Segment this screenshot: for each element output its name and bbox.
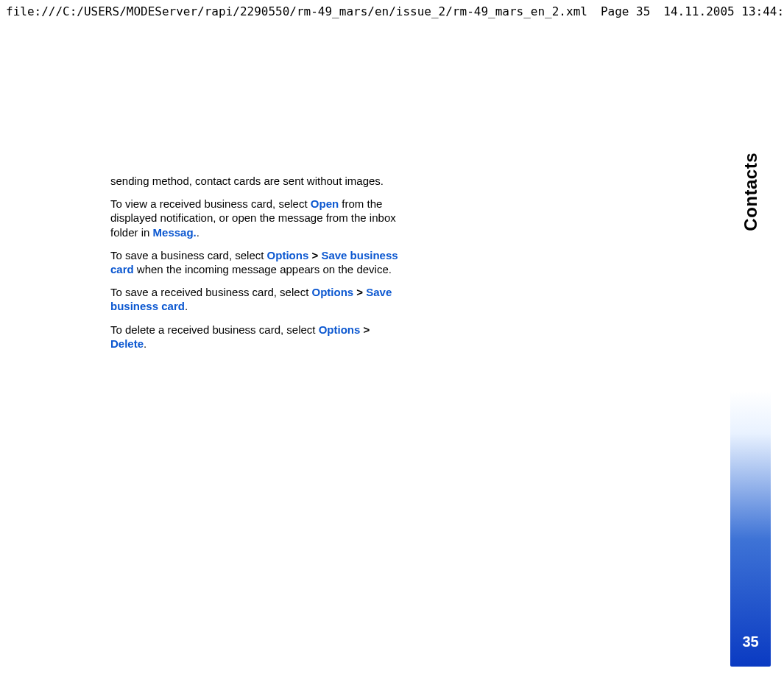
timestamp: 14.11.2005 13:44:58 [663,4,784,18]
document-page: file:///C:/USERS/MODEServer/rapi/2290550… [0,0,784,685]
separator: > [308,249,321,261]
text: To save a received business card, select [110,286,311,298]
ui-term-options: Options [311,286,353,298]
text: . [144,337,146,350]
separator: > [353,286,366,298]
text: when the incoming message appears on the… [134,263,392,275]
paragraph: To view a received business card, select… [110,197,409,239]
text: To save a business card, select [110,249,267,261]
ui-term-delete: Delete [110,337,144,350]
file-path: file:///C:/USERS/MODEServer/rapi/2290550… [6,4,587,18]
text: To delete a received business card, sele… [110,323,319,336]
paragraph: To save a business card, select Options … [110,248,409,276]
text: . [197,226,199,239]
ui-term-messag: Messag. [153,226,197,239]
print-header: file:///C:/USERS/MODEServer/rapi/2290550… [0,0,784,23]
ui-term-open: Open [311,197,339,210]
text: . [185,300,188,312]
text: To view a received business card, select [110,197,311,210]
page-number: 35 [730,633,771,650]
paragraph: To save a received business card, select… [110,285,409,313]
separator: > [360,323,370,336]
page-indicator: Page 35 [587,4,663,18]
paragraph: sending method, contact cards are sent w… [110,174,409,188]
ui-term-options: Options [319,323,361,336]
paragraph: To delete a received business card, sele… [110,323,409,351]
section-label: Contacts [730,152,771,231]
section-tab: Contacts 35 [730,136,771,667]
ui-term-options: Options [267,249,309,261]
body-text: sending method, contact cards are sent w… [110,174,409,359]
